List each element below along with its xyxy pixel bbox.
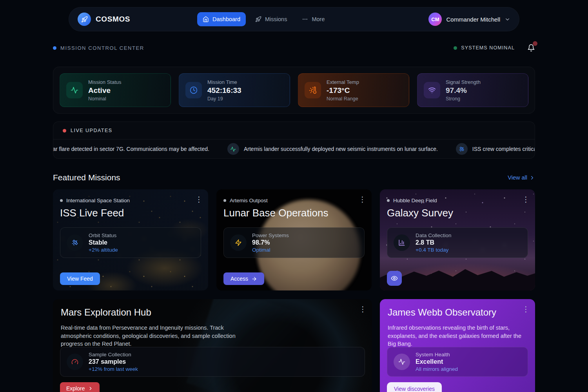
stat-label: Mission Time: [207, 79, 241, 85]
brand-name: COSMOS: [96, 15, 130, 24]
home-icon: [203, 16, 209, 22]
live-updates-panel: LIVE UPDATES Solar flare detected in sec…: [53, 122, 535, 159]
nav-tab-more[interactable]: More: [296, 12, 330, 26]
stat-value: 97.4%: [446, 86, 481, 95]
stat-value: Active: [88, 86, 122, 95]
nav-tab-missions[interactable]: Missions: [250, 12, 292, 26]
kebab-menu-icon[interactable]: ⋮: [195, 196, 203, 203]
brand[interactable]: COSMOS: [78, 13, 130, 26]
explore-button[interactable]: Explore: [60, 382, 100, 392]
panel-value: 2.8 TB: [416, 239, 452, 246]
ticker-item: Solar flare detected in sector 7G. Commu…: [53, 143, 209, 155]
james-webb-card[interactable]: ⋮ James Webb Observatory Infrared observ…: [380, 299, 535, 392]
label-dot: [60, 199, 63, 202]
mission-title: ISS Live Feed: [60, 207, 201, 219]
stat-value: -173°C: [327, 86, 359, 95]
ticker-track: Solar flare detected in sector 7G. Commu…: [53, 140, 535, 158]
kebab-menu-icon[interactable]: ⋮: [359, 305, 367, 313]
card-stat-panel: System Health Excellent All mirrors alig…: [387, 347, 528, 377]
mission-stat-panel: Power Systems 98.7% Optimal: [223, 227, 365, 258]
avatar: CM: [428, 13, 442, 26]
news-ticker: Solar flare detected in sector 7G. Commu…: [53, 140, 535, 158]
kebab-menu-icon[interactable]: ⋮: [359, 196, 366, 203]
live-updates-header: LIVE UPDATES: [53, 122, 535, 140]
notification-dot: [533, 41, 537, 46]
mission-label-text: Artemis Outpost: [230, 198, 268, 203]
kebab-menu-icon[interactable]: ⋮: [522, 196, 530, 203]
satellite-icon: [456, 143, 468, 155]
rocket-logo-icon: [78, 13, 91, 26]
ticker-text: ISS crew completes critical EVA repairs …: [472, 146, 535, 152]
chevron-right-icon: [529, 175, 535, 181]
kebab-menu-icon[interactable]: ⋮: [522, 305, 530, 313]
mission-label: Artemis Outpost: [223, 198, 365, 203]
label-dot: [387, 199, 390, 202]
mars-exploration-card[interactable]: ⋮ Mars Exploration Hub Real-time data fr…: [53, 299, 372, 392]
ticker-text: Solar flare detected in sector 7G. Commu…: [53, 146, 209, 152]
bar-chart-icon: [394, 234, 410, 251]
card-title: James Webb Observatory: [388, 307, 527, 318]
card-stat-panel: Sample Collection 237 samples +12% from …: [60, 347, 365, 377]
mission-stat-panel: Orbit Status Stable +2% altitude: [60, 227, 201, 258]
satellite-icon: [67, 234, 83, 251]
view-discoveries-button[interactable]: View discoveries: [387, 382, 442, 392]
live-updates-title: LIVE UPDATES: [71, 128, 113, 133]
mission-card-iss[interactable]: International Space Station ⋮ ISS Live F…: [53, 189, 208, 290]
panel-value: 237 samples: [89, 358, 138, 365]
nav-wrap: COSMOS Dashboard Missions: [0, 0, 588, 31]
button-label: Access: [230, 276, 248, 282]
mission-label-text: Hubble Deep Field: [393, 198, 437, 203]
ticker-item: ISS crew completes critical EVA repairs …: [456, 143, 535, 155]
panel-label: System Health: [416, 352, 458, 358]
mission-control-heading: MISSION CONTROL CENTER: [53, 45, 144, 51]
panel-sub: +12% from last week: [89, 366, 138, 372]
panel-label: Data Collection: [416, 232, 452, 238]
mission-label: International Space Station: [60, 198, 201, 203]
access-button[interactable]: Access: [223, 272, 264, 285]
nav-tab-dashboard[interactable]: Dashboard: [197, 12, 246, 26]
mission-label-text: International Space Station: [66, 198, 130, 203]
nav-tab-label: Missions: [265, 16, 287, 22]
panel-label: Power Systems: [252, 232, 289, 238]
green-status-dot: [454, 46, 457, 50]
page: COSMOS Dashboard Missions: [0, 0, 588, 392]
ticker-text: Artemis lander successfully deployed new…: [244, 146, 438, 152]
panel-value: 98.7%: [252, 239, 289, 246]
nav-links: Dashboard Missions More: [197, 12, 330, 26]
live-red-dot: [63, 129, 66, 132]
stat-card-signal-strength: Signal Strength 97.4% Strong: [417, 73, 528, 107]
page-title: MISSION CONTROL CENTER: [60, 45, 144, 51]
mission-card-lunar[interactable]: Artemis Outpost ⋮ Lunar Base Operations …: [216, 189, 372, 290]
zap-icon: [230, 234, 247, 251]
panel-label: Orbit Status: [89, 232, 118, 238]
ellipsis-icon: [302, 16, 308, 22]
mission-title: Galaxy Survey: [387, 207, 528, 219]
activity-icon: [66, 82, 83, 98]
view-all-link[interactable]: View all: [508, 174, 535, 181]
system-status-label: SYSTEMS NOMINAL: [461, 45, 515, 51]
activity-icon: [394, 354, 410, 370]
mission-card-galaxy[interactable]: Hubble Deep Field ⋮ Galaxy Survey Data C…: [380, 189, 535, 290]
navbar: COSMOS Dashboard Missions: [69, 7, 519, 31]
clock-icon: [185, 82, 202, 98]
view-all-label: View all: [508, 174, 527, 181]
card-description: Real-time data from Perseverance and Ing…: [61, 324, 238, 348]
notifications-button[interactable]: [527, 44, 535, 52]
stat-card-mission-status: Mission Status Active Nominal: [60, 73, 171, 107]
chevron-right-icon: [88, 386, 93, 391]
card-title: Mars Exploration Hub: [61, 307, 364, 318]
user-menu[interactable]: CM Commander Mitchell: [428, 13, 510, 26]
view-feed-button[interactable]: View Feed: [60, 272, 100, 285]
nav-tab-label: More: [312, 16, 325, 22]
featured-missions-header: Featured Missions View all: [53, 173, 535, 182]
rocket-icon: [255, 16, 261, 22]
subheader: MISSION CONTROL CENTER SYSTEMS NOMINAL: [53, 44, 535, 52]
wifi-icon: [424, 82, 440, 98]
view-button[interactable]: [387, 271, 402, 286]
thermometer-sun-icon: [305, 82, 321, 98]
stat-value: 452:16:33: [207, 86, 241, 95]
user-name: Commander Mitchell: [446, 16, 500, 23]
card-description: Infrared observations revealing the birt…: [388, 324, 527, 348]
stats-panel: Mission Status Active Nominal Mission Ti…: [53, 67, 535, 114]
button-label: View Feed: [67, 276, 93, 282]
